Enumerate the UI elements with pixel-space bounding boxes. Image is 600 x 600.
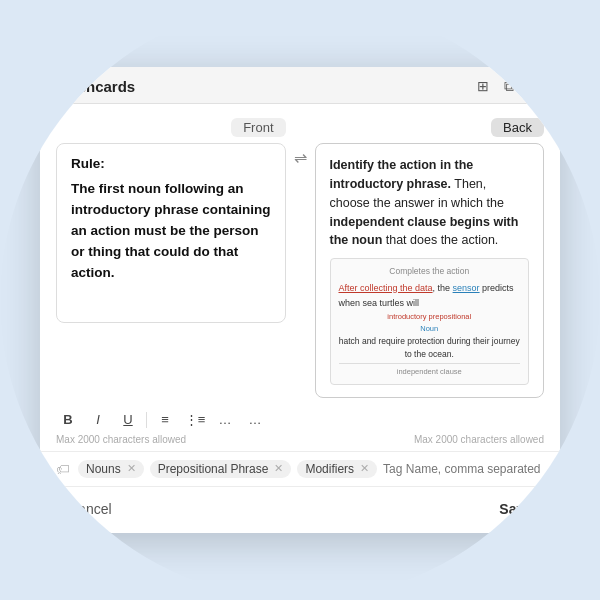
mv-sentence2: hatch and require protection during thei… — [339, 335, 521, 361]
front-label-row: Front — [56, 118, 286, 137]
mv-tag1b: Noun — [339, 323, 521, 335]
more-button2[interactable]: … — [243, 408, 267, 432]
bold-button[interactable]: B — [56, 408, 80, 432]
back-main-text: Identify the action in the introductory … — [330, 156, 530, 250]
mv-noun-text: sensor — [453, 283, 480, 293]
mv-label: Completes the action — [339, 265, 521, 279]
rule-body: The first noun following an introductory… — [71, 179, 271, 284]
tag-nouns-label: Nouns — [86, 462, 121, 476]
tag-nouns-remove[interactable]: ✕ — [127, 462, 136, 475]
front-label: Front — [231, 118, 285, 137]
mini-visual: Completes the action After collecting th… — [330, 258, 530, 385]
italic-button[interactable]: I — [86, 408, 110, 432]
mv-tag1a: introductory prepositional — [339, 311, 521, 323]
modal-body: Front Rule: The first noun following an … — [40, 104, 560, 485]
tag-modifiers-label: Modifiers — [305, 462, 354, 476]
back-panel: Back Identify the action in the introduc… — [315, 118, 545, 397]
indent-button[interactable]: ⋮≡ — [183, 408, 207, 432]
cancel-button[interactable]: Cancel — [60, 497, 120, 521]
copy-icon[interactable]: ⧉ — [500, 77, 518, 95]
more-button1[interactable]: … — [213, 408, 237, 432]
underline-button[interactable]: U — [116, 408, 140, 432]
front-card[interactable]: Rule: The first noun following an introd… — [56, 143, 286, 323]
tag-icon: 🏷 — [56, 461, 70, 477]
tag-nouns: Nouns ✕ — [78, 460, 144, 478]
back-card[interactable]: Identify the action in the introductory … — [315, 143, 545, 397]
tag-prep: Prepositional Phrase ✕ — [150, 460, 292, 478]
save-button[interactable]: Save — [491, 497, 540, 521]
back-label-row: Back — [315, 118, 545, 137]
modal-title: Flashcards — [56, 78, 135, 95]
tag-prep-remove[interactable]: ✕ — [274, 462, 283, 475]
front-panel: Front Rule: The first noun following an … — [56, 118, 286, 323]
cards-row: Front Rule: The first noun following an … — [40, 104, 560, 401]
tags-row: 🏷 Nouns ✕ Prepositional Phrase ✕ Modifie… — [40, 451, 560, 486]
modal-header: Flashcards ⊞ ⧉ ✕ — [40, 67, 560, 104]
rule-heading: Rule: — [71, 156, 271, 171]
toolbar: B I U ≡ ⋮≡ … … — [40, 402, 560, 434]
modal-footer: Cancel Save — [40, 486, 560, 533]
swap-icon[interactable]: ⇌ — [286, 118, 315, 167]
list-button[interactable]: ≡ — [153, 408, 177, 432]
grid-icon[interactable]: ⊞ — [474, 77, 492, 95]
char-limit-front: Max 2000 characters allowed — [56, 434, 300, 445]
toolbar-divider — [146, 412, 147, 428]
mv-tag2: independent clause — [339, 363, 521, 378]
mv-intro-text: After collecting the data — [339, 283, 433, 293]
mv-sentence1: After collecting the data, the sensor pr… — [339, 281, 521, 312]
flashcard-modal: Flashcards ⊞ ⧉ ✕ Front Rule: The first n… — [40, 67, 560, 532]
tag-prep-label: Prepositional Phrase — [158, 462, 269, 476]
back-label: Back — [491, 118, 544, 137]
char-limits: Max 2000 characters allowed Max 2000 cha… — [40, 434, 560, 451]
mv-comma: , the — [433, 283, 453, 293]
tag-modifiers: Modifiers ✕ — [297, 460, 377, 478]
char-limit-back: Max 2000 characters allowed — [300, 434, 544, 445]
tag-input[interactable] — [383, 462, 544, 476]
header-icons: ⊞ ⧉ ✕ — [474, 77, 544, 95]
tag-modifiers-remove[interactable]: ✕ — [360, 462, 369, 475]
close-icon[interactable]: ✕ — [526, 77, 544, 95]
